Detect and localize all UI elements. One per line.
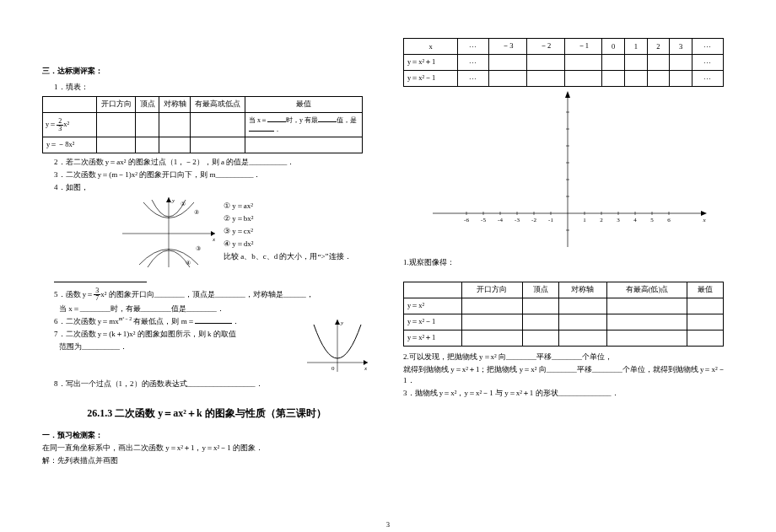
svg-text:3: 3 — [617, 217, 620, 223]
svg-text:-2: -2 — [531, 217, 536, 223]
svg-text:-6: -6 — [464, 217, 469, 223]
t3-header: 开口方向 顶点 对称轴 有最高(低)点 最值 — [404, 282, 724, 298]
svg-marker-3 — [166, 197, 171, 202]
svg-text:x: x — [702, 217, 706, 223]
t1-h1: 开口方向 — [97, 97, 136, 113]
svg-text:0: 0 — [331, 365, 335, 372]
table-3: 开口方向 顶点 对称轴 有最高(低)点 最值 y＝x² y＝x²－1 y＝x²＋… — [403, 282, 724, 347]
q2: 2．若二次函数 y＝ax² 的图象过点（1，－2），则 a 的值是_______… — [54, 157, 371, 168]
svg-text:③: ③ — [196, 245, 201, 252]
left-column: 三．达标测评案： 1．填表： 开口方向 顶点 对称轴 有最高或低点 最值 y＝2… — [42, 66, 371, 468]
c2b: 就得到抛物线 y＝x²＋1；把抛物线 y＝x² 向________平移_____… — [403, 364, 732, 386]
t2-dotR: ··· — [692, 39, 723, 55]
q4-blank-line — [54, 275, 371, 286]
t2-row2: y＝x²－1 ··· ··· — [404, 71, 724, 87]
svg-text:-4: -4 — [498, 217, 503, 223]
sec3-title: 三．达标测评案： — [42, 66, 371, 77]
table-1: 开口方向 顶点 对称轴 有最高或低点 最值 y＝23x² 当 x＝时，y 有最值… — [42, 96, 363, 153]
q4-cmp: 比较 a、b、c、d 的大小，用“>”连接． — [224, 251, 352, 262]
q3: 3．二次函数 y＝(m－1)x² 的图象开口向下，则 m__________． — [54, 169, 371, 180]
page-number: 3 — [386, 521, 390, 529]
svg-text:6: 6 — [667, 217, 671, 223]
t3-r3: y＝x²＋1 — [404, 330, 462, 347]
obs1: 1.观察图像得： — [403, 257, 732, 268]
svg-text:4: 4 — [633, 217, 637, 223]
t2-hx: x — [404, 39, 458, 55]
q4-graph: ① ② ③ ④ x y — [118, 196, 219, 271]
t1-r2-c0: y＝－8x² — [43, 137, 97, 153]
svg-text:-3: -3 — [515, 217, 520, 223]
svg-text:-1: -1 — [548, 217, 553, 223]
svg-text:②: ② — [194, 209, 199, 216]
svg-text:y: y — [171, 197, 175, 204]
q5-line1: 5．函数 y＝37x² 的图象开口向________，顶点是________，对… — [54, 287, 371, 302]
q1: 1．填表： — [54, 82, 371, 93]
q4: 4．如图， — [54, 182, 371, 193]
t2-row1: y＝x²＋1 ··· ··· — [404, 55, 724, 71]
svg-text:y: y — [340, 320, 344, 326]
c2a: 2.可以发现，把抛物线 y＝x² 向________平移________个单位， — [403, 352, 732, 363]
coordinate-plane: -6-5-4 -3-2-1 123 456 x — [403, 87, 732, 255]
table-1-header: 开口方向 顶点 对称轴 有最高或低点 最值 — [43, 97, 363, 113]
table-1-row2: y＝－8x² — [43, 137, 363, 153]
q4-svg: ① ② ③ ④ x y — [118, 196, 219, 271]
t3-r2: y＝x²－1 — [404, 314, 462, 330]
svg-text:2: 2 — [600, 217, 603, 223]
t2-header: x ··· －3 －2 －1 0 1 2 3 ··· — [404, 39, 724, 55]
c3: 3．抛物线 y＝x²，y＝x²－1 与 y＝x²＋1 的形状__________… — [403, 388, 732, 399]
svg-text:-5: -5 — [481, 217, 486, 223]
q4-figure-block: ① ② ③ ④ x y ① y＝ax² ② y＝bx² ③ y＝cx² ④ y＝… — [42, 196, 371, 273]
sec1-title: 一．预习检测案： — [42, 430, 371, 441]
t1-h2: 顶点 — [136, 97, 159, 113]
svg-text:x: x — [364, 365, 368, 372]
t1-h4: 有最高或低点 — [191, 97, 245, 113]
table-2: x ··· －3 －2 －1 0 1 2 3 ··· y＝x²＋1 ··· ··… — [403, 38, 724, 87]
svg-text:1: 1 — [583, 217, 586, 223]
svg-text:5: 5 — [650, 217, 654, 223]
t1-h3: 对称轴 — [159, 97, 191, 113]
q4-l2: ② y＝bx² — [224, 213, 352, 224]
q7-graph: x y 0 — [304, 316, 371, 375]
svg-marker-13 — [335, 320, 340, 325]
right-column: x ··· －3 －2 －1 0 1 2 3 ··· y＝x²＋1 ··· ··… — [403, 38, 732, 400]
pre1: 在同一直角坐标系中，画出二次函数 y＝x²＋1，y＝x²－1 的图象． — [42, 443, 371, 454]
t1-r1-val: 当 x＝时，y 有最值，是． — [245, 113, 363, 137]
pre2: 解：先列表描点并画图 — [42, 455, 371, 466]
q4-l1: ① y＝ax² — [224, 201, 352, 212]
q6-q7-block: x y 0 6．二次函数 y＝mxm²－2 有最低点，则 m＝． 7．二次函数 … — [42, 316, 371, 375]
svg-marker-18 — [701, 211, 707, 216]
svg-marker-20 — [565, 91, 570, 98]
t1-r1-c0: y＝23x² — [43, 113, 97, 137]
q4-l4: ④ y＝dx² — [224, 239, 352, 250]
q4-l3: ③ y＝cx² — [224, 226, 352, 237]
svg-text:①: ① — [181, 201, 186, 207]
t1-h5: 最值 — [245, 97, 363, 113]
q4-eq-list: ① y＝ax² ② y＝bx² ③ y＝cx² ④ y＝dx² 比较 a、b、c… — [224, 199, 352, 264]
t3-r1: y＝x² — [404, 298, 462, 314]
table-1-row1: y＝23x² 当 x＝时，y 有最值，是． — [43, 113, 363, 137]
t2-dotL: ··· — [458, 39, 489, 55]
q8: 8．写出一个过点（1，2）的函数表达式__________________． — [54, 379, 371, 390]
svg-text:④: ④ — [186, 260, 191, 266]
lesson-heading: 26.1.3 二次函数 y＝ax²＋k 的图象与性质（第三课时） — [42, 406, 371, 421]
q5-line2: 当 x＝________时，有最________值是________． — [59, 304, 371, 314]
svg-text:x: x — [212, 236, 216, 243]
